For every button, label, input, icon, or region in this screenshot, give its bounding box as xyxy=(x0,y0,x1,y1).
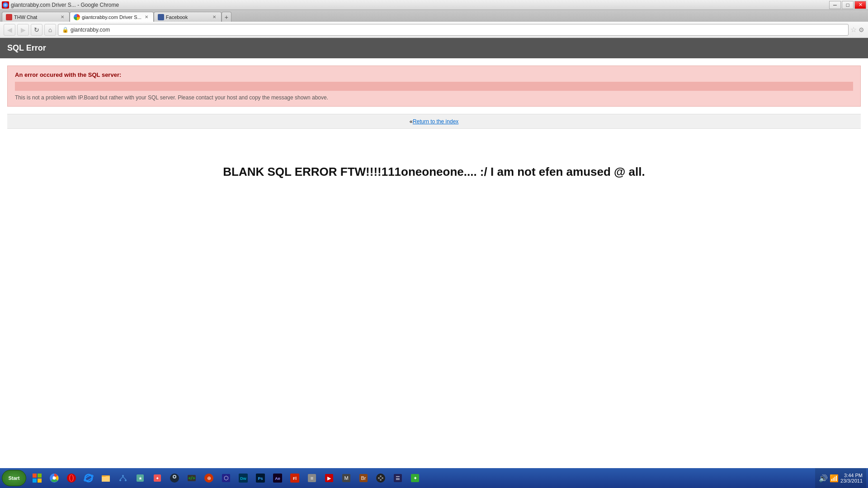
bookmark-star-icon[interactable]: ☆ xyxy=(850,25,857,34)
tab-giantcrabby[interactable]: giantcrabby.com Driver S... ✕ xyxy=(70,12,154,22)
taskbar-icon-ps[interactable]: Ps xyxy=(252,470,269,486)
home-button[interactable]: ⌂ xyxy=(44,24,56,36)
taskbar-icon-ie[interactable] xyxy=(80,470,97,486)
nav-right-controls: ☆ ⚙ xyxy=(850,25,864,34)
svg-point-54 xyxy=(382,477,383,479)
svg-text:≡: ≡ xyxy=(311,475,313,481)
svg-text:</>: </> xyxy=(189,476,195,480)
tab-favicon-thw xyxy=(6,14,12,20)
settings-icon[interactable]: ⚙ xyxy=(859,26,864,33)
taskbar-icon-misc5[interactable]: ≡ xyxy=(304,470,320,486)
svg-rect-16 xyxy=(102,476,110,482)
system-time: 3:44 PM 23/3/2011 xyxy=(840,473,863,483)
big-message: BLANK SQL ERROR FTW!!!!111oneoneone.... … xyxy=(0,165,868,179)
svg-line-21 xyxy=(120,477,123,479)
svg-text:⬡: ⬡ xyxy=(224,475,228,481)
page-content: SQL Error An error occured with the SQL … xyxy=(0,38,868,468)
window-title: giantcrabby.com Driver S... - Google Chr… xyxy=(11,2,119,8)
taskbar-icon-misc2[interactable]: ✦ xyxy=(149,470,165,486)
svg-point-14 xyxy=(84,474,94,482)
svg-text:▶: ▶ xyxy=(327,475,331,481)
taskbar-icon-dev[interactable]: </> xyxy=(184,470,200,486)
svg-point-18 xyxy=(122,475,124,477)
taskbar-icon-misc9[interactable]: ☰ xyxy=(390,470,406,486)
svg-rect-6 xyxy=(38,479,42,483)
return-prefix: « xyxy=(410,118,413,125)
tray-icons: 🔊 📶 xyxy=(819,474,839,483)
forward-button[interactable]: ▶ xyxy=(17,24,29,36)
svg-text:Ae: Ae xyxy=(275,476,280,481)
svg-text:⊕: ⊕ xyxy=(207,475,211,481)
window-controls[interactable]: ─ □ ✕ xyxy=(829,1,866,9)
address-bar[interactable]: 🔒 giantcrabby.com xyxy=(58,24,849,36)
tab-label-facebook: Facebook xyxy=(166,14,209,20)
taskbar-icon-windows[interactable] xyxy=(29,470,45,486)
maximize-button[interactable]: □ xyxy=(842,1,854,9)
svg-point-20 xyxy=(125,479,127,481)
svg-rect-5 xyxy=(33,479,37,483)
taskbar-icon-ae[interactable]: Ae xyxy=(269,470,286,486)
error-detail-bar xyxy=(15,82,853,91)
new-tab-button[interactable]: + xyxy=(222,12,231,22)
svg-text:Ps: Ps xyxy=(258,476,263,481)
taskbar-icon-chrome[interactable] xyxy=(46,470,62,486)
taskbar-icon-misc10[interactable]: ✦ xyxy=(407,470,423,486)
taskbar-icon-dw[interactable]: Dw xyxy=(235,470,251,486)
svg-point-2 xyxy=(4,4,7,6)
svg-point-52 xyxy=(376,474,385,483)
taskbar-icon-network[interactable] xyxy=(115,470,131,486)
error-box: An error occured with the SQL server: Th… xyxy=(7,66,861,107)
page-title-bar: SQL Error xyxy=(0,38,868,58)
taskbar-icon-media[interactable]: ▶ xyxy=(321,470,337,486)
svg-point-29 xyxy=(174,476,175,478)
tab-facebook[interactable]: Facebook ✕ xyxy=(154,12,222,22)
tab-close-facebook[interactable]: ✕ xyxy=(211,14,217,20)
taskbar: Start xyxy=(0,468,868,488)
close-button[interactable]: ✕ xyxy=(854,1,866,9)
address-url[interactable]: giantcrabby.com xyxy=(71,27,844,33)
taskbar-icons: ★ ✦ </> xyxy=(27,470,425,486)
start-button[interactable]: Start xyxy=(2,470,26,486)
tab-favicon-facebook xyxy=(158,14,164,20)
browser-logo xyxy=(2,1,9,9)
svg-text:✦: ✦ xyxy=(156,476,159,481)
tab-thw-chat[interactable]: THW Chat ✕ xyxy=(2,12,70,22)
taskbar-icon-explorer[interactable] xyxy=(98,470,114,486)
svg-text:Fl: Fl xyxy=(293,476,297,481)
svg-point-19 xyxy=(119,479,121,481)
taskbar-icon-fl[interactable]: Fl xyxy=(287,470,303,486)
minimize-button[interactable]: ─ xyxy=(829,1,841,9)
taskbar-icon-misc1[interactable]: ★ xyxy=(132,470,148,486)
taskbar-icon-steam[interactable] xyxy=(166,470,183,486)
address-lock-icon: 🔒 xyxy=(62,27,69,33)
clock-date: 23/3/2011 xyxy=(840,478,863,483)
svg-text:★: ★ xyxy=(138,476,142,481)
svg-rect-17 xyxy=(102,475,106,477)
taskbar-icon-misc6[interactable]: M xyxy=(338,470,354,486)
error-title: An error occured with the SQL server: xyxy=(15,71,853,78)
taskbar-icon-opera[interactable] xyxy=(63,470,80,486)
reload-button[interactable]: ↻ xyxy=(31,24,42,36)
svg-point-12 xyxy=(70,475,73,481)
taskbar-icon-misc3[interactable]: ⊕ xyxy=(201,470,217,486)
return-to-index-link[interactable]: Return to the index xyxy=(413,118,458,125)
tab-close-giantcrabby[interactable]: ✕ xyxy=(143,14,150,20)
tab-bar: THW Chat ✕ giantcrabby.com Driver S... ✕… xyxy=(0,10,868,22)
taskbar-icon-misc8[interactable] xyxy=(373,470,389,486)
svg-text:✦: ✦ xyxy=(413,475,417,481)
svg-rect-3 xyxy=(33,474,37,478)
back-button[interactable]: ◀ xyxy=(4,24,15,36)
taskbar-icon-misc7[interactable]: Br xyxy=(355,470,372,486)
svg-point-53 xyxy=(378,477,380,479)
page-title: SQL Error xyxy=(7,43,46,52)
svg-point-9 xyxy=(53,477,56,480)
nav-bar: ◀ ▶ ↻ ⌂ 🔒 giantcrabby.com ☆ ⚙ xyxy=(0,22,868,38)
clock-time: 3:44 PM xyxy=(840,473,863,478)
error-note: This is not a problem with IP.Board but … xyxy=(15,94,853,101)
taskbar-icon-misc4[interactable]: ⬡ xyxy=(218,470,234,486)
tab-label-giantcrabby: giantcrabby.com Driver S... xyxy=(82,14,142,20)
system-tray: 🔊 📶 3:44 PM 23/3/2011 xyxy=(815,468,866,488)
svg-rect-4 xyxy=(38,474,42,478)
tab-close-thw[interactable]: ✕ xyxy=(59,14,66,20)
svg-text:M: M xyxy=(344,475,348,481)
